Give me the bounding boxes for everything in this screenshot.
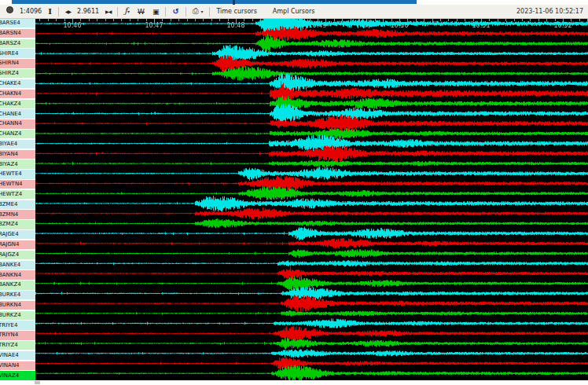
station-label-CHAKN4[interactable]: CHAKN4 <box>0 90 35 98</box>
station-label-BZME4[interactable]: BZME4 <box>0 200 35 209</box>
station-label-TRIYN4[interactable]: TRIYN4 <box>0 331 35 339</box>
hourglass-icon[interactable]: I <box>46 6 53 17</box>
station-label-CHAKZ4[interactable]: CHAKZ4 <box>0 100 35 108</box>
expand-horizontal-icon[interactable]: ◀▶ <box>64 6 72 17</box>
top-blue-bar <box>12 0 417 4</box>
collapse-horizontal-icon[interactable]: ▶◀ <box>104 6 112 17</box>
toolbar-separator <box>209 7 210 16</box>
rotate-icon[interactable]: ↺ <box>171 6 180 17</box>
station-label-BZMZ4[interactable]: BZMZ4 <box>0 220 35 229</box>
station-label-TRIYZ4[interactable]: TRIYZ4 <box>0 341 35 350</box>
station-label-BURKZ4[interactable]: BURKZ4 <box>0 311 35 320</box>
station-label-BANKZ4[interactable]: BANKZ4 <box>0 280 35 289</box>
station-label-BZMN4[interactable]: BZMN4 <box>0 210 35 218</box>
station-label-CHANZ4[interactable]: CHANZ4 <box>0 130 35 138</box>
station-label-BARSN4[interactable]: BARSN4 <box>0 29 35 38</box>
time-cursors-button[interactable]: Time cursors <box>215 6 258 17</box>
scroll-corner <box>35 381 40 384</box>
toolbar-separator <box>165 7 166 16</box>
remove-mean-icon[interactable]: W <box>136 6 146 17</box>
station-label-VINAZ4[interactable]: VINAZ4 <box>0 371 35 380</box>
station-label-BARSE4[interactable]: BARSE4 <box>0 19 35 28</box>
toolbar-separator <box>117 7 118 16</box>
station-label-RAJGN4[interactable]: RAJGN4 <box>0 240 35 249</box>
toolbar-separator <box>186 7 186 16</box>
station-label-BANKE4[interactable]: BANKE4 <box>0 261 35 270</box>
clock-icon[interactable] <box>5 6 15 17</box>
station-label-SHIRN4[interactable]: SHIRN4 <box>0 59 35 68</box>
station-label-BIYAE4[interactable]: BIYAE4 <box>0 140 35 148</box>
fit-window-icon[interactable]: ▣ <box>151 6 161 17</box>
station-label-CHAKE4[interactable]: CHAKE4 <box>0 79 35 88</box>
datetime-label: 2023-11-06 10:52:17 <box>516 6 583 17</box>
bottom-strip <box>0 380 588 385</box>
waveform-canvas[interactable] <box>35 19 588 380</box>
station-label-RAJGE4[interactable]: RAJGE4 <box>0 230 35 239</box>
toolbar: 1:4096 I ◀▶ 2.9611 ▶◀ ƒ▾ W ▣ ↺ ⎙ ▾ Time … <box>0 5 588 19</box>
station-label-BURKN4[interactable]: BURKN4 <box>0 301 35 310</box>
station-label-CHANN4[interactable]: CHANN4 <box>0 119 35 128</box>
station-label-column: BARSE4BARSN4BARSZ4SHIRE4SHIRN4SHIRZ4CHAK… <box>0 19 35 380</box>
station-label-RAJGZ4[interactable]: RAJGZ4 <box>0 251 35 259</box>
station-label-HEWTN4[interactable]: HEWTN4 <box>0 180 35 189</box>
station-label-VINAN4[interactable]: VINAN4 <box>0 361 35 370</box>
toolbar-separator <box>58 7 59 16</box>
print-icon[interactable]: ⎙ ▾ <box>191 6 205 17</box>
scale-ratio-value: 1:4096 <box>20 6 42 17</box>
window-length-value: 2.9611 <box>77 6 99 17</box>
station-label-BIYAN4[interactable]: BIYAN4 <box>0 150 35 159</box>
filter-icon[interactable]: ƒ▾ <box>123 6 131 17</box>
station-label-BARSZ4[interactable]: BARSZ4 <box>0 39 35 48</box>
seismic-viewer-window: 1:4096 I ◀▶ 2.9611 ▶◀ ƒ▾ W ▣ ↺ ⎙ ▾ Time … <box>0 0 588 385</box>
station-label-TRIYE4[interactable]: TRIYE4 <box>0 321 35 329</box>
station-label-BURKE4[interactable]: BURKE4 <box>0 291 35 299</box>
station-label-VINAE4[interactable]: VINAE4 <box>0 351 35 360</box>
station-label-HEWTE4[interactable]: HEWTE4 <box>0 170 35 178</box>
station-label-BIYAZ4[interactable]: BIYAZ4 <box>0 160 35 168</box>
station-label-BANKN4[interactable]: BANKN4 <box>0 270 35 279</box>
station-label-HEWTZ4[interactable]: HEWTZ4 <box>0 190 35 199</box>
station-label-CHANE4[interactable]: CHANE4 <box>0 109 35 118</box>
station-label-SHIRZ4[interactable]: SHIRZ4 <box>0 69 35 78</box>
trace-display-area: BARSE4BARSN4BARSZ4SHIRE4SHIRN4SHIRZ4CHAK… <box>0 19 588 380</box>
station-label-SHIRE4[interactable]: SHIRE4 <box>0 49 35 57</box>
ampl-cursors-button[interactable]: Ampl Cursors <box>271 6 317 17</box>
